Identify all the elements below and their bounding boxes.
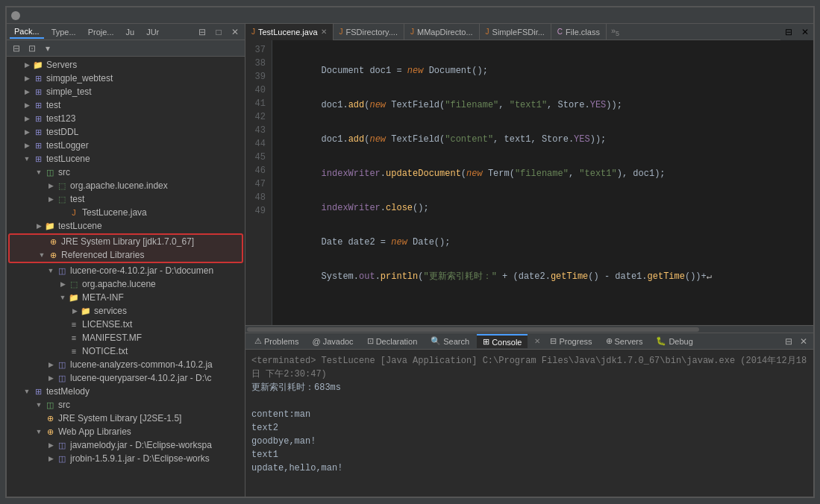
tab-progress[interactable]: ⊟ Progress (544, 335, 598, 347)
tab-fsdirectory[interactable]: J FSDirectory.... (334, 24, 404, 40)
code-text: Document doc1 = new Document(); doc1.add… (272, 40, 813, 325)
chevron-right-icon: ▶ (22, 88, 32, 95)
tree-item-notice[interactable]: ≡ NOTICE.txt (7, 344, 245, 358)
tab-testlucene-java[interactable]: J TestLucene.java ✕ (245, 24, 334, 40)
editor-area[interactable]: 37 38 39 40 41 42 43 44 45 46 47 48 49 (245, 40, 813, 333)
tree-item-testlucene-java[interactable]: J TestLucene.java (7, 206, 245, 219)
left-panel: Pack... Type... Proje... Ju JUr ⊟ □ ✕ ⊟ … (7, 24, 245, 497)
scrollbar-thumb[interactable] (247, 327, 699, 332)
close-panel-btn[interactable]: ✕ (228, 25, 242, 39)
tree-item-test123[interactable]: ▶ ⊞ test123 (7, 112, 245, 125)
tree-label: test123 (46, 113, 75, 124)
tree-item-testddl[interactable]: ▶ ⊞ testDDL (7, 125, 245, 139)
tab-mmapdirectory[interactable]: J MMapDirecto... (404, 24, 480, 40)
chevron-down-icon: ▼ (57, 294, 68, 301)
maximize-panel-btn[interactable]: □ (212, 25, 225, 39)
minimize-panel-btn[interactable]: ⊟ (195, 25, 209, 39)
minimize-bottom-btn[interactable]: ⊟ (782, 335, 795, 348)
tab-label: TestLucene.java (258, 28, 318, 37)
tree-item-test-package[interactable]: ▶ ⬚ test (7, 192, 245, 206)
javadoc-icon: @ (312, 337, 320, 346)
tree-item-testlogger[interactable]: ▶ ⊞ testLogger (7, 139, 245, 152)
tree-item-license[interactable]: ≡ LICENSE.txt (7, 318, 245, 331)
chevron-down-icon: ▼ (34, 401, 44, 409)
collapse-all-btn[interactable]: ⊟ (10, 42, 23, 55)
more-tabs-btn[interactable]: »5 (607, 26, 624, 37)
jre-icon: ⊕ (44, 412, 56, 424)
tab-console[interactable]: ⊞ Console (477, 334, 528, 348)
tab-junit-run[interactable]: JUr (142, 26, 163, 38)
tab-problems[interactable]: ⚠ Problems (248, 335, 304, 347)
tree-label: testDDL (46, 127, 78, 137)
right-panel: J TestLucene.java ✕ J FSDirectory.... J … (245, 24, 813, 497)
tree-item-org-apache-lucene-index[interactable]: ▶ ⬚ org.apache.lucene.index (7, 179, 245, 192)
console-tab-close[interactable]: ✕ (532, 336, 542, 347)
tree-item-lucene-queryparser-jar[interactable]: ▶ ◫ lucene-queryparser-4.10.2.jar - D:\c (7, 371, 245, 385)
tab-debug[interactable]: 🐛 Debug (650, 335, 698, 347)
tree-item-test[interactable]: ▶ ⊞ test (7, 98, 245, 112)
package-icon: ⬚ (56, 180, 68, 192)
tab-type[interactable]: Type... (47, 26, 81, 38)
minimize-editor-btn[interactable]: ⊟ (780, 24, 797, 40)
close-bottom-btn[interactable]: ✕ (797, 335, 810, 348)
close-editor-btn[interactable]: ✕ (797, 24, 813, 40)
tree-label: simgple_webtest (46, 73, 113, 84)
chevron-right-icon: ▶ (46, 455, 56, 462)
tab-simplefsdir[interactable]: J SimpleFSDir... (480, 24, 551, 40)
tree-item-web-app-libraries[interactable]: ▼ ⊕ Web App Libraries (7, 425, 245, 438)
tree-item-jrobin-jar[interactable]: ▶ ◫ jrobin-1.5.9.1.jar - D:\Eclipse-work… (7, 452, 245, 465)
package-icon: ⬚ (68, 278, 80, 290)
tree-item-referenced-libraries[interactable]: ▼ ⊕ Referenced Libraries (10, 248, 242, 262)
tree-item-jre-system-library[interactable]: ⊕ JRE System Library [jdk1.7.0_67] (10, 235, 242, 248)
chevron-right-icon: ▶ (22, 128, 32, 136)
tree-item-testlucene-folder[interactable]: ▶ 📁 testLucene (7, 219, 245, 233)
tree-label: services (94, 306, 127, 316)
tree-item-meta-inf[interactable]: ▼ 📁 META-INF (7, 291, 245, 304)
tab-fileclass[interactable]: C File.class (551, 24, 607, 40)
tree-item-org-apache-lucene[interactable]: ▶ ⬚ org.apache.lucene (7, 277, 245, 291)
tab-label: MMapDirecto... (417, 28, 473, 37)
package-explorer-tree[interactable]: ▶ 📁 Servers ▶ ⊞ simgple_webtest ▶ ⊞ simp… (7, 57, 245, 497)
tree-item-javamelody-jar[interactable]: ▶ ◫ javamelody.jar - D:\Eclipse-workspa (7, 438, 245, 452)
tree-label: JRE System Library [jdk1.7.0_67] (61, 236, 194, 247)
tree-item-melody-jre[interactable]: ⊕ JRE System Library [J2SE-1.5] (7, 412, 245, 425)
tab-junit[interactable]: Ju (122, 26, 140, 38)
project-icon: ⊞ (32, 72, 44, 84)
tab-close-btn[interactable]: ✕ (321, 28, 327, 36)
tree-item-lucene-core-jar[interactable]: ▼ ◫ lucene-core-4.10.2.jar - D:\documen (7, 264, 245, 277)
tab-servers[interactable]: ⊕ Servers (600, 335, 649, 347)
tree-item-melody-src[interactable]: ▼ ◫ src (7, 398, 245, 412)
tree-item-manifest[interactable]: ≡ MANIFEST.MF (7, 331, 245, 344)
link-editor-btn[interactable]: ⊡ (25, 42, 39, 55)
project-icon: ⊞ (32, 385, 44, 397)
chevron-down-icon: ▼ (22, 155, 32, 163)
highlighted-libraries-section: ⊕ JRE System Library [jdk1.7.0_67] ▼ ⊕ R… (8, 233, 243, 263)
tab-project[interactable]: Proje... (84, 26, 119, 38)
jar-icon: ◫ (56, 359, 68, 371)
tab-javadoc[interactable]: @ Javadoc (306, 336, 359, 347)
code-view[interactable]: 37 38 39 40 41 42 43 44 45 46 47 48 49 (245, 40, 813, 325)
tree-item-simple-test[interactable]: ▶ ⊞ simple_test (7, 85, 245, 98)
view-menu-btn[interactable]: ▾ (41, 42, 54, 55)
src-icon: ◫ (44, 166, 56, 178)
tree-label: META-INF (82, 292, 124, 303)
console-output: <terminated> TestLucene [Java Applicatio… (245, 350, 813, 497)
tree-item-src[interactable]: ▼ ◫ src (7, 166, 245, 179)
tree-item-testlucene[interactable]: ▼ ⊞ testLucene (7, 152, 245, 166)
tree-item-services[interactable]: ▶ 📁 services (7, 304, 245, 318)
tree-label: jrobin-1.5.9.1.jar - D:\Eclipse-works (70, 453, 210, 464)
chevron-down-icon: ▼ (34, 168, 44, 176)
tab-search[interactable]: 🔍 Search (425, 335, 475, 347)
tree-item-simgple-webtest[interactable]: ▶ ⊞ simgple_webtest (7, 72, 245, 85)
horizontal-scrollbar[interactable] (245, 325, 813, 333)
tab-label: File.class (566, 28, 600, 37)
tree-item-servers[interactable]: ▶ 📁 Servers (7, 58, 245, 72)
chevron-right-icon: ▶ (22, 142, 32, 149)
chevron-right-icon: ▶ (46, 182, 56, 189)
tab-declaration[interactable]: ⊡ Declaration (361, 335, 424, 347)
txt-icon: ≡ (68, 318, 80, 330)
jar-icon: ◫ (56, 453, 68, 464)
tab-package-explorer[interactable]: Pack... (10, 25, 44, 39)
tree-item-lucene-analyzers-jar[interactable]: ▶ ◫ lucene-analyzers-common-4.10.2.ja (7, 358, 245, 371)
tree-item-testmelody[interactable]: ▼ ⊞ testMelody (7, 385, 245, 398)
